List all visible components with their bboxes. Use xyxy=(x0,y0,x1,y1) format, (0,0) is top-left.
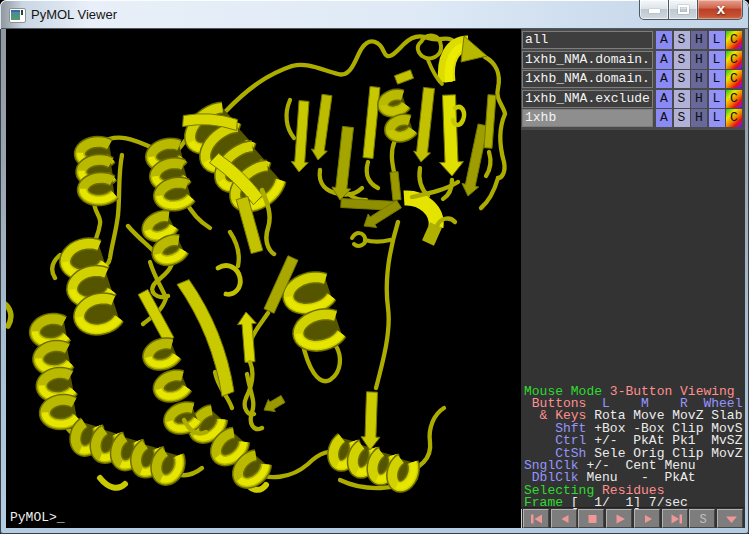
svg-text:S: S xyxy=(700,513,707,527)
